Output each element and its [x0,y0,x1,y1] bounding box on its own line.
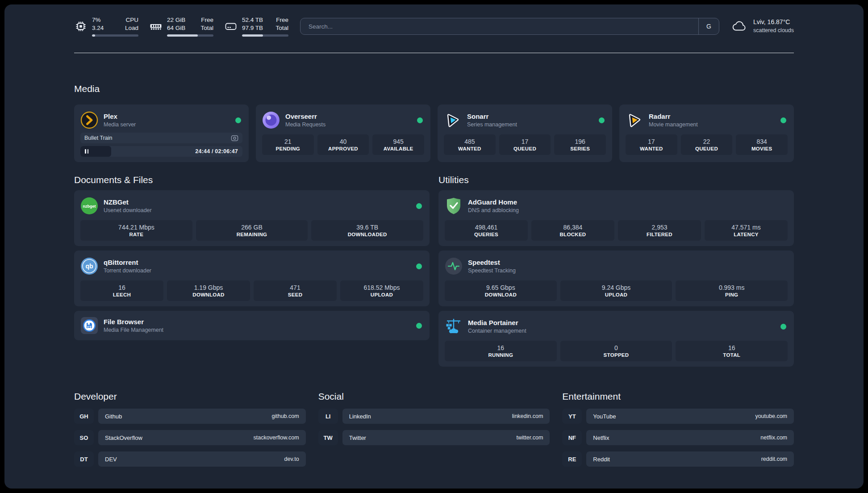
bookmark-dev[interactable]: DT DEV dev.to [74,451,306,467]
overseerr-link[interactable]: Overseerr Media Requests [262,110,424,130]
bookmark-abbr: RE [562,451,582,467]
speedtest-link[interactable]: Speedtest Speedtest Tracking [445,256,788,276]
service-title: Radarr [649,113,698,120]
service-desc: Media Requests [285,121,326,128]
service-title: Sonarr [467,113,517,120]
portainer-card: Media Portainer Container management 16 … [438,311,794,367]
bookmark-github[interactable]: GH Github github.com [74,409,306,424]
service-title: Plex [104,113,136,120]
radarr-link[interactable]: Radarr Movie management [626,110,788,130]
stat-tile: 618.52 Mbps UPLOAD [340,280,423,301]
portainer-icon [445,318,463,335]
stat-value: 834 [757,138,767,145]
bookmark-stackoverflow[interactable]: SO StackOverflow stackoverflow.com [74,430,306,445]
social-group: Social LI LinkedIn linkedin.com TW Twitt… [318,390,550,467]
stat-tile: 16 RUNNING [445,341,557,361]
cloud-icon [731,20,748,33]
service-desc: Media File Management [104,327,163,333]
stat-tile: 471 SEED [254,280,337,301]
ram-icon [149,20,163,33]
overseerr-icon [262,111,280,129]
section-title-media: Media [74,83,794,95]
radarr-icon [626,111,643,129]
plex-card: Plex Media server Bullet Train 24:44 / 0… [74,104,249,162]
adguard-card: AdGuard Home DNS and adblocking 498,461 … [438,190,794,246]
service-desc: Media server [104,121,136,128]
weather-widget[interactable]: Lviv, 16.87°C scattered clouds [731,18,794,34]
stat-value: 2,953 [651,224,667,231]
stat-tile: 16 LEECH [80,280,163,301]
stat-label: FILTERED [647,232,672,237]
stat-tile: 86,384 BLOCKED [531,220,614,241]
status-dot [235,117,241,123]
bookmark-url: twitter.com [517,435,543,441]
search-provider-button[interactable]: G [698,18,719,34]
stat-value: 40 [340,138,347,145]
playback-time: 24:44 / 02:06:47 [195,148,238,155]
status-dot [416,263,422,269]
stat-label: DOWNLOAD [192,292,224,297]
bookmark-linkedin[interactable]: LI LinkedIn linkedin.com [318,409,550,424]
stat-tile: 498,461 QUERIES [445,220,528,241]
stat-value: 9.24 Gbps [602,284,631,291]
cpu-metric: 7% 3.24 CPU Load [74,16,138,37]
memory-free-value: 22 GiB [167,16,185,24]
bookmark-netflix[interactable]: NF Netflix netflix.com [562,430,794,445]
service-title: NZBGet [104,198,152,206]
stat-value: 47.571 ms [731,224,760,231]
stat-label: PING [725,292,738,297]
qbittorrent-link[interactable]: qb qBittorrent Torrent downloader [80,256,423,276]
bookmark-reddit[interactable]: RE Reddit reddit.com [562,451,794,467]
nzbget-link[interactable]: nzbget NZBGet Usenet downloader [80,196,423,216]
plex-link[interactable]: Plex Media server [80,110,242,130]
service-title: qBittorrent [104,259,151,266]
stat-value: 17 [522,138,529,145]
stat-value: 945 [393,138,404,145]
bookmark-url: netflix.com [760,435,787,441]
cpu-progress-bar [92,34,138,37]
bookmark-name: YouTube [593,413,616,420]
search-input[interactable] [300,18,698,34]
stat-tile: 16 TOTAL [676,341,788,361]
bookmark-name: LinkedIn [349,413,371,420]
stat-tile: 9.65 Gbps DOWNLOAD [445,280,557,301]
status-dot [780,117,786,123]
service-desc: Movie management [649,121,698,128]
service-desc: Series management [467,121,517,128]
stat-value: 16 [728,344,735,351]
portainer-link[interactable]: Media Portainer Container management [445,317,788,336]
stat-value: 86,384 [563,224,583,231]
stat-label: LEECH [113,292,131,297]
memory-free-label: Free [200,16,213,24]
weather-location-temp: Lviv, 16.87°C [753,18,794,27]
stat-tile: 196 SERIES [554,134,606,155]
dashboard: 7% 3.24 CPU Load [4,4,864,489]
cpu-usage-label: CPU [125,16,138,24]
memory-metric: 22 GiB 64 GiB Free Total [149,16,213,37]
filebrowser-card: File Browser Media File Management [74,311,430,340]
service-title: Media Portainer [468,319,526,326]
plex-now-playing: Bullet Train [80,133,242,143]
stat-label: DOWNLOAD [485,292,517,297]
now-playing-title: Bullet Train [84,135,231,141]
plex-icon [80,111,98,129]
sonarr-link[interactable]: Sonarr Series management [444,110,606,130]
adguard-link[interactable]: AdGuard Home DNS and adblocking [445,196,788,216]
bookmark-youtube[interactable]: YT YouTube youtube.com [562,409,794,424]
stat-value: 9.65 Gbps [486,284,515,291]
bookmark-name: Github [105,413,122,420]
section-title-developer: Developer [74,390,306,402]
service-title: Speedtest [468,259,516,266]
header-divider [74,53,794,53]
bookmark-twitter[interactable]: TW Twitter twitter.com [318,430,550,445]
stat-value: 498,461 [475,224,498,231]
service-title: Overseerr [285,113,326,120]
stat-tile: 0.993 ms PING [676,280,788,301]
stat-tile: 744.21 Mbps RATE [80,220,192,241]
filebrowser-link[interactable]: File Browser Media File Management [80,316,423,335]
disk-total-label: Total [275,24,288,32]
radarr-card: Radarr Movie management 17 WANTED 22 QUE… [619,104,794,162]
cpu-load-label: Load [125,24,138,32]
stat-tile: 40 APPROVED [317,134,369,155]
weather-condition: scattered clouds [753,27,794,35]
